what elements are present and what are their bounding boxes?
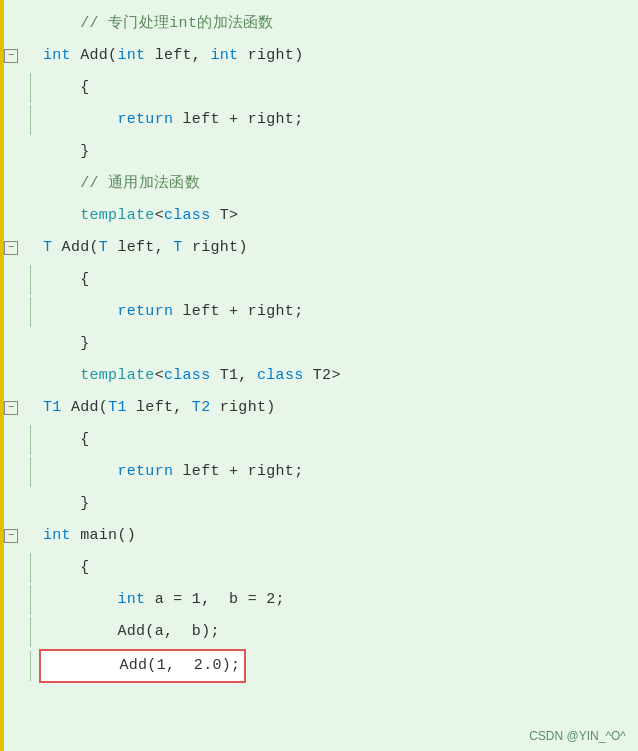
code-text: T1 Add(T1 left, T2 right)	[39, 393, 276, 423]
code-line: {	[0, 552, 638, 584]
gutter	[0, 113, 22, 127]
token-normal: }	[80, 143, 89, 160]
gutter	[0, 561, 22, 575]
vertical-line	[30, 297, 31, 327]
token-keyword: int	[43, 527, 71, 544]
vertical-line	[30, 553, 31, 583]
gutter	[0, 273, 22, 287]
token-normal: {	[80, 431, 89, 448]
fold-button[interactable]: −	[4, 529, 18, 543]
token-normal: right)	[183, 239, 248, 256]
token-normal: <	[155, 367, 164, 384]
fold-spacer	[4, 369, 18, 383]
indent-container	[22, 585, 39, 615]
code-line: −T Add(T left, T right)	[0, 232, 638, 264]
highlighted-line: Add(1, 2.0);	[39, 649, 246, 683]
token-template: template	[80, 367, 154, 384]
token-normal: }	[80, 335, 89, 352]
gutter	[0, 209, 22, 223]
gutter	[0, 625, 22, 639]
token-normal: T>	[210, 207, 238, 224]
fold-spacer	[4, 113, 18, 127]
fold-spacer	[4, 273, 18, 287]
fold-spacer	[4, 81, 18, 95]
vertical-line	[30, 265, 31, 295]
code-line: }	[0, 488, 638, 520]
fold-spacer	[4, 433, 18, 447]
code-text: template<class T>	[39, 201, 238, 231]
gutter	[0, 81, 22, 95]
token-normal: Add(	[62, 399, 109, 416]
code-line: Add(a, b);	[0, 616, 638, 648]
indent-container	[22, 425, 39, 455]
code-line: }	[0, 136, 638, 168]
code-line: return left + right;	[0, 296, 638, 328]
token-normal: left,	[145, 47, 210, 64]
code-line: return left + right;	[0, 456, 638, 488]
fold-spacer	[4, 659, 18, 673]
token-normal: Add(a, b);	[117, 623, 219, 640]
code-line: −int Add(int left, int right)	[0, 40, 638, 72]
vertical-line	[30, 585, 31, 615]
code-line: }	[0, 328, 638, 360]
token-type: T2	[192, 399, 211, 416]
token-keyword: int	[117, 47, 145, 64]
fold-spacer	[4, 209, 18, 223]
code-text: return left + right;	[39, 105, 303, 135]
gutter: −	[0, 241, 22, 255]
gutter	[0, 659, 22, 673]
token-normal: right)	[210, 399, 275, 416]
code-text: T Add(T left, T right)	[39, 233, 248, 263]
token-normal: Add(	[52, 239, 99, 256]
token-keyword: int	[43, 47, 71, 64]
code-text: {	[39, 73, 90, 103]
indent-container	[22, 73, 39, 103]
token-normal: left,	[127, 399, 192, 416]
gutter	[0, 369, 22, 383]
token-normal: right)	[238, 47, 303, 64]
token-type: T	[43, 239, 52, 256]
code-editor: // 专门处理int的加法函数−int Add(int left, int ri…	[0, 0, 638, 751]
fold-button[interactable]: −	[4, 401, 18, 415]
fold-button[interactable]: −	[4, 241, 18, 255]
indent-container	[22, 457, 39, 487]
code-text: int main()	[39, 521, 136, 551]
token-normal: T2>	[304, 367, 341, 384]
vertical-line	[30, 73, 31, 103]
token-keyword: int	[117, 591, 145, 608]
code-text: int a = 1, b = 2;	[39, 585, 285, 615]
token-normal: {	[80, 79, 89, 96]
token-normal: <	[155, 207, 164, 224]
code-line: {	[0, 72, 638, 104]
fold-spacer	[4, 145, 18, 159]
fold-button[interactable]: −	[4, 49, 18, 63]
fold-spacer	[4, 337, 18, 351]
vertical-line	[30, 617, 31, 647]
vertical-line	[30, 457, 31, 487]
fold-spacer	[4, 465, 18, 479]
gutter	[0, 337, 22, 351]
code-text: int Add(int left, int right)	[39, 41, 303, 71]
code-text: // 通用加法函数	[39, 169, 200, 199]
fold-spacer	[4, 561, 18, 575]
token-keyword: return	[117, 463, 173, 480]
token-normal: Add(1, 2.0);	[119, 657, 240, 674]
token-normal: {	[80, 271, 89, 288]
token-normal: main()	[71, 527, 136, 544]
token-keyword: return	[117, 303, 173, 320]
gutter	[0, 497, 22, 511]
gutter	[0, 593, 22, 607]
code-line: return left + right;	[0, 104, 638, 136]
token-keyword: class	[257, 367, 304, 384]
gutter	[0, 433, 22, 447]
token-comment: // 专门处理int的加法函数	[80, 15, 274, 32]
fold-spacer	[4, 17, 18, 31]
code-text: }	[39, 329, 90, 359]
fold-spacer	[4, 625, 18, 639]
code-text: {	[39, 425, 90, 455]
gutter	[0, 17, 22, 31]
token-template: template	[80, 207, 154, 224]
code-text: // 专门处理int的加法函数	[39, 9, 274, 39]
indent-container	[22, 297, 39, 327]
token-keyword: int	[210, 47, 238, 64]
